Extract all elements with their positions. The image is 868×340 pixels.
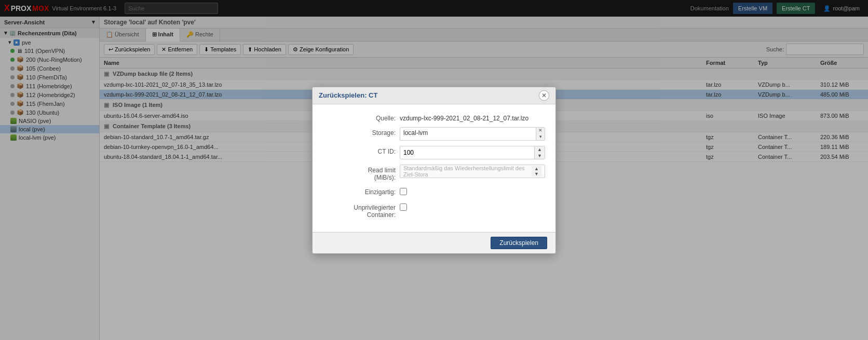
storage-dropdown-button[interactable]: ▾ [536, 134, 545, 140]
dialog-close-button[interactable]: ✕ [539, 90, 549, 101]
close-icon: ✕ [541, 92, 547, 99]
unprivilegiert-label: Unprivilegierter Container: [323, 202, 396, 219]
unprivilegiert-checkbox[interactable] [400, 203, 407, 211]
ctid-label: CT ID: [323, 146, 396, 155]
einzigartig-label: Einzigartig: [323, 186, 396, 196]
dialog-title-ct: CT [369, 91, 377, 99]
dialog-body: Quelle: vzdump-lxc-999-2021_02_08-21_12_… [313, 104, 555, 232]
form-row-readlimit: Read limit (MiB/s): Standardmäßig das Wi… [323, 165, 545, 181]
form-row-ctid: CT ID: 100 ▲ ▼ [323, 146, 545, 159]
storage-select-value: local-lvm [400, 128, 536, 140]
ctid-input[interactable]: 100 [400, 146, 534, 159]
ctid-spinner[interactable]: 100 ▲ ▼ [400, 146, 545, 159]
readlimit-placeholder-text: Standardmäßig das Wiederherstellungslimi… [403, 165, 532, 178]
submit-button[interactable]: Zurückspielen [491, 237, 547, 249]
readlimit-increment-button[interactable]: ▲ [532, 166, 541, 171]
quelle-value: vzdump-lxc-999-2021_02_08-21_12_07.tar.l… [400, 113, 545, 122]
einzigartig-checkbox[interactable] [400, 188, 407, 195]
dialog-title-prefix: Zurückspielen: [319, 91, 367, 99]
form-row-storage: Storage: local-lvm ✕ ▾ [323, 127, 545, 141]
readlimit-input[interactable]: Standardmäßig das Wiederherstellungslimi… [400, 165, 545, 178]
readlimit-label: Read limit (MiB/s): [323, 165, 396, 181]
ctid-spinner-controls: ▲ ▼ [534, 146, 545, 159]
dialog-header: Zurückspielen: CT ✕ [313, 87, 555, 104]
form-row-unprivilegiert: Unprivilegierter Container: [323, 202, 545, 219]
quelle-label: Quelle: [323, 113, 396, 122]
storage-select[interactable]: local-lvm ✕ ▾ [400, 127, 545, 141]
storage-select-controls: ✕ ▾ [536, 128, 545, 140]
form-row-quelle: Quelle: vzdump-lxc-999-2021_02_08-21_12_… [323, 113, 545, 122]
readlimit-decrement-button[interactable]: ▼ [532, 171, 541, 176]
ctid-increment-button[interactable]: ▲ [535, 146, 545, 153]
dialog-title: Zurückspielen: CT [319, 91, 377, 99]
ctid-decrement-button[interactable]: ▼ [535, 153, 545, 159]
storage-clear-button[interactable]: ✕ [536, 128, 545, 134]
restore-dialog: Zurückspielen: CT ✕ Quelle: vzdump-lxc-9… [312, 87, 556, 254]
storage-label: Storage: [323, 127, 396, 137]
dialog-footer: Zurückspielen [313, 232, 555, 253]
form-row-einzigartig: Einzigartig: [323, 186, 545, 197]
dialog-overlay: Zurückspielen: CT ✕ Quelle: vzdump-lxc-9… [0, 0, 868, 340]
